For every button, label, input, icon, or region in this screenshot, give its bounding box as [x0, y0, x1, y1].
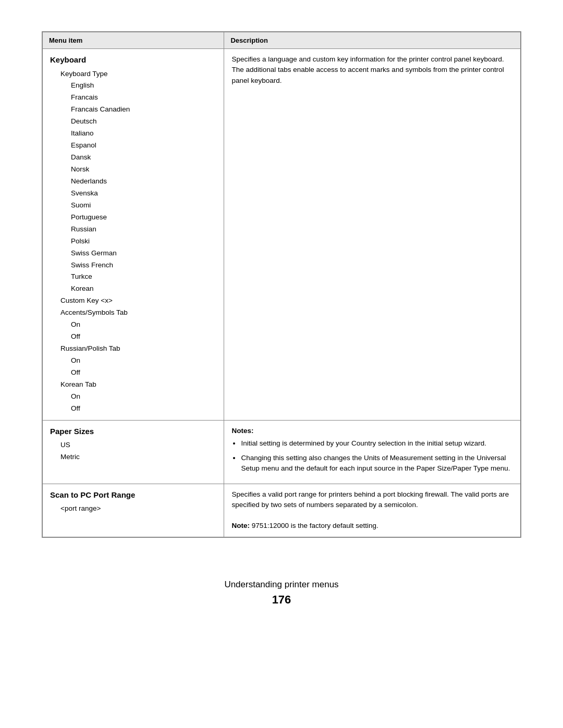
list-item: Espanol	[50, 140, 216, 152]
list-item: Dansk	[50, 152, 216, 164]
list-item: Norsk	[50, 164, 216, 176]
list-item: Svenska	[50, 188, 216, 200]
paper-sizes-description-cell: Notes: Initial setting is determined by …	[224, 420, 521, 484]
list-item: On	[50, 319, 216, 331]
list-item: Italiano	[50, 128, 216, 140]
scan-to-pc-description-cell: Specifies a valid port range for printer…	[224, 484, 521, 537]
scan-to-pc-menu-items: <port range>	[50, 503, 216, 515]
scan-to-pc-note-label: Note:	[231, 522, 250, 529]
list-item: Russian	[50, 224, 216, 236]
paper-sizes-notes-title: Notes:	[231, 426, 513, 436]
keyboard-description-text: Specifies a language and custom key info…	[231, 55, 504, 84]
list-item: Off	[50, 403, 216, 415]
table-row-scan-to-pc: Scan to PC Port Range <port range> Speci…	[43, 484, 521, 537]
list-item: Off	[50, 331, 216, 343]
list-item: Keyboard Type	[50, 68, 216, 80]
list-item: Francais	[50, 92, 216, 104]
list-item: Russian/Polish Tab	[50, 343, 216, 355]
page-footer: Understanding printer menus 176	[224, 579, 338, 607]
table-row-keyboard: Keyboard Keyboard Type English Francais …	[43, 49, 521, 421]
scan-to-pc-main-label: Scan to PC Port Range	[50, 489, 216, 501]
list-item: Nederlands	[50, 176, 216, 188]
keyboard-description-cell: Specifies a language and custom key info…	[224, 49, 521, 421]
list-item: Off	[50, 367, 216, 379]
list-item: Metric	[50, 451, 216, 463]
keyboard-menu-cell: Keyboard Keyboard Type English Francais …	[43, 49, 224, 421]
list-item: On	[50, 355, 216, 367]
list-item: Polski	[50, 236, 216, 248]
list-item: Changing this setting also changes the U…	[241, 453, 513, 474]
list-item: Korean Tab	[50, 379, 216, 391]
paper-sizes-main-label: Paper Sizes	[50, 426, 216, 438]
scan-to-pc-description-text: Specifies a valid port range for printer…	[231, 490, 509, 509]
list-item: Turkce	[50, 271, 216, 283]
footer-title: Understanding printer menus	[224, 579, 338, 590]
list-item: Swiss French	[50, 260, 216, 272]
keyboard-menu-items: Keyboard Type English Francais Francais …	[50, 68, 216, 415]
list-item: Korean	[50, 283, 216, 295]
scan-to-pc-menu-cell: Scan to PC Port Range <port range>	[43, 484, 224, 537]
list-item: Accents/Symbols Tab	[50, 307, 216, 319]
list-item: On	[50, 391, 216, 403]
list-item: English	[50, 80, 216, 92]
paper-sizes-menu-cell: Paper Sizes US Metric	[43, 420, 224, 484]
list-item: Portuguese	[50, 212, 216, 224]
col-header-description: Description	[224, 32, 521, 49]
list-item: Swiss German	[50, 248, 216, 260]
list-item: Initial setting is determined by your Co…	[241, 438, 513, 449]
keyboard-main-label: Keyboard	[50, 54, 216, 66]
paper-sizes-menu-items: US Metric	[50, 439, 216, 463]
list-item: <port range>	[50, 503, 216, 515]
table-row-paper-sizes: Paper Sizes US Metric Notes: Initial set…	[43, 420, 521, 484]
col-header-menu: Menu item	[43, 32, 224, 49]
list-item: US	[50, 439, 216, 451]
paper-sizes-bullets: Initial setting is determined by your Co…	[241, 438, 513, 474]
scan-to-pc-note-suffix: 9751:12000 is the factory default settin…	[250, 522, 378, 529]
main-table: Menu item Description Keyboard Keyboard …	[42, 31, 521, 538]
list-item: Francais Canadien	[50, 104, 216, 116]
list-item: Deutsch	[50, 116, 216, 128]
footer-page-number: 176	[224, 593, 338, 607]
list-item: Custom Key <x>	[50, 295, 216, 307]
list-item: Suomi	[50, 200, 216, 212]
